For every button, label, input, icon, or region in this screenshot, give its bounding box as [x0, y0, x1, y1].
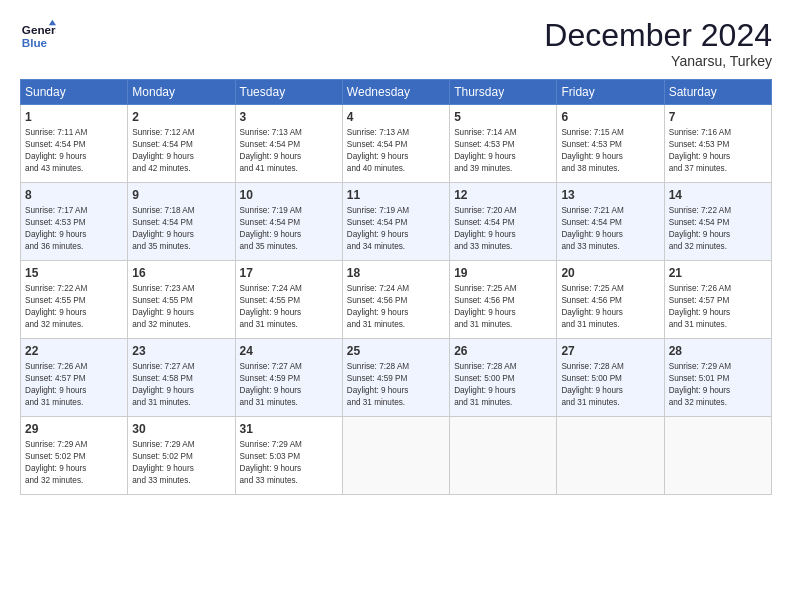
day-info: Sunrise: 7:23 AM Sunset: 4:55 PM Dayligh…	[132, 283, 230, 331]
col-wednesday: Wednesday	[342, 80, 449, 105]
col-sunday: Sunday	[21, 80, 128, 105]
day-info: Sunrise: 7:13 AM Sunset: 4:54 PM Dayligh…	[240, 127, 338, 175]
table-cell: 25Sunrise: 7:28 AM Sunset: 4:59 PM Dayli…	[342, 339, 449, 417]
day-number: 28	[669, 343, 767, 360]
day-number: 16	[132, 265, 230, 282]
day-number: 2	[132, 109, 230, 126]
table-cell: 23Sunrise: 7:27 AM Sunset: 4:58 PM Dayli…	[128, 339, 235, 417]
logo: General Blue	[20, 18, 56, 54]
table-cell: 30Sunrise: 7:29 AM Sunset: 5:02 PM Dayli…	[128, 417, 235, 495]
table-cell	[342, 417, 449, 495]
day-info: Sunrise: 7:17 AM Sunset: 4:53 PM Dayligh…	[25, 205, 123, 253]
day-info: Sunrise: 7:25 AM Sunset: 4:56 PM Dayligh…	[561, 283, 659, 331]
table-cell: 14Sunrise: 7:22 AM Sunset: 4:54 PM Dayli…	[664, 183, 771, 261]
calendar-row: 8Sunrise: 7:17 AM Sunset: 4:53 PM Daylig…	[21, 183, 772, 261]
day-number: 30	[132, 421, 230, 438]
day-info: Sunrise: 7:27 AM Sunset: 4:58 PM Dayligh…	[132, 361, 230, 409]
day-info: Sunrise: 7:22 AM Sunset: 4:54 PM Dayligh…	[669, 205, 767, 253]
table-cell: 12Sunrise: 7:20 AM Sunset: 4:54 PM Dayli…	[450, 183, 557, 261]
day-number: 5	[454, 109, 552, 126]
day-number: 15	[25, 265, 123, 282]
day-info: Sunrise: 7:28 AM Sunset: 5:00 PM Dayligh…	[561, 361, 659, 409]
day-info: Sunrise: 7:26 AM Sunset: 4:57 PM Dayligh…	[669, 283, 767, 331]
col-thursday: Thursday	[450, 80, 557, 105]
day-info: Sunrise: 7:21 AM Sunset: 4:54 PM Dayligh…	[561, 205, 659, 253]
day-info: Sunrise: 7:19 AM Sunset: 4:54 PM Dayligh…	[347, 205, 445, 253]
day-info: Sunrise: 7:15 AM Sunset: 4:53 PM Dayligh…	[561, 127, 659, 175]
day-info: Sunrise: 7:22 AM Sunset: 4:55 PM Dayligh…	[25, 283, 123, 331]
day-info: Sunrise: 7:27 AM Sunset: 4:59 PM Dayligh…	[240, 361, 338, 409]
table-cell: 11Sunrise: 7:19 AM Sunset: 4:54 PM Dayli…	[342, 183, 449, 261]
col-monday: Monday	[128, 80, 235, 105]
day-number: 22	[25, 343, 123, 360]
day-number: 14	[669, 187, 767, 204]
day-number: 18	[347, 265, 445, 282]
table-cell: 29Sunrise: 7:29 AM Sunset: 5:02 PM Dayli…	[21, 417, 128, 495]
table-cell: 18Sunrise: 7:24 AM Sunset: 4:56 PM Dayli…	[342, 261, 449, 339]
day-number: 13	[561, 187, 659, 204]
day-number: 1	[25, 109, 123, 126]
day-number: 6	[561, 109, 659, 126]
day-number: 20	[561, 265, 659, 282]
table-cell: 26Sunrise: 7:28 AM Sunset: 5:00 PM Dayli…	[450, 339, 557, 417]
day-info: Sunrise: 7:28 AM Sunset: 4:59 PM Dayligh…	[347, 361, 445, 409]
table-cell: 4Sunrise: 7:13 AM Sunset: 4:54 PM Daylig…	[342, 105, 449, 183]
day-number: 17	[240, 265, 338, 282]
day-number: 21	[669, 265, 767, 282]
day-info: Sunrise: 7:29 AM Sunset: 5:02 PM Dayligh…	[25, 439, 123, 487]
day-info: Sunrise: 7:28 AM Sunset: 5:00 PM Dayligh…	[454, 361, 552, 409]
table-cell: 31Sunrise: 7:29 AM Sunset: 5:03 PM Dayli…	[235, 417, 342, 495]
table-cell	[664, 417, 771, 495]
col-saturday: Saturday	[664, 80, 771, 105]
table-cell: 8Sunrise: 7:17 AM Sunset: 4:53 PM Daylig…	[21, 183, 128, 261]
day-number: 26	[454, 343, 552, 360]
day-number: 9	[132, 187, 230, 204]
table-cell: 20Sunrise: 7:25 AM Sunset: 4:56 PM Dayli…	[557, 261, 664, 339]
month-title: December 2024	[544, 18, 772, 53]
table-cell: 15Sunrise: 7:22 AM Sunset: 4:55 PM Dayli…	[21, 261, 128, 339]
day-number: 25	[347, 343, 445, 360]
day-info: Sunrise: 7:19 AM Sunset: 4:54 PM Dayligh…	[240, 205, 338, 253]
day-number: 12	[454, 187, 552, 204]
calendar-table: Sunday Monday Tuesday Wednesday Thursday…	[20, 79, 772, 495]
table-cell: 16Sunrise: 7:23 AM Sunset: 4:55 PM Dayli…	[128, 261, 235, 339]
table-cell: 27Sunrise: 7:28 AM Sunset: 5:00 PM Dayli…	[557, 339, 664, 417]
header: General Blue December 2024 Yanarsu, Turk…	[20, 18, 772, 69]
day-number: 4	[347, 109, 445, 126]
table-cell: 24Sunrise: 7:27 AM Sunset: 4:59 PM Dayli…	[235, 339, 342, 417]
logo-icon: General Blue	[20, 18, 56, 54]
calendar-page: General Blue December 2024 Yanarsu, Turk…	[0, 0, 792, 612]
day-number: 31	[240, 421, 338, 438]
table-cell: 22Sunrise: 7:26 AM Sunset: 4:57 PM Dayli…	[21, 339, 128, 417]
table-cell	[557, 417, 664, 495]
day-info: Sunrise: 7:24 AM Sunset: 4:55 PM Dayligh…	[240, 283, 338, 331]
table-cell: 17Sunrise: 7:24 AM Sunset: 4:55 PM Dayli…	[235, 261, 342, 339]
day-info: Sunrise: 7:25 AM Sunset: 4:56 PM Dayligh…	[454, 283, 552, 331]
day-number: 27	[561, 343, 659, 360]
col-friday: Friday	[557, 80, 664, 105]
calendar-row: 22Sunrise: 7:26 AM Sunset: 4:57 PM Dayli…	[21, 339, 772, 417]
table-cell: 19Sunrise: 7:25 AM Sunset: 4:56 PM Dayli…	[450, 261, 557, 339]
table-cell: 13Sunrise: 7:21 AM Sunset: 4:54 PM Dayli…	[557, 183, 664, 261]
table-cell: 2Sunrise: 7:12 AM Sunset: 4:54 PM Daylig…	[128, 105, 235, 183]
day-info: Sunrise: 7:29 AM Sunset: 5:01 PM Dayligh…	[669, 361, 767, 409]
table-cell: 21Sunrise: 7:26 AM Sunset: 4:57 PM Dayli…	[664, 261, 771, 339]
table-cell: 5Sunrise: 7:14 AM Sunset: 4:53 PM Daylig…	[450, 105, 557, 183]
day-number: 19	[454, 265, 552, 282]
calendar-row: 15Sunrise: 7:22 AM Sunset: 4:55 PM Dayli…	[21, 261, 772, 339]
table-cell: 7Sunrise: 7:16 AM Sunset: 4:53 PM Daylig…	[664, 105, 771, 183]
title-block: December 2024 Yanarsu, Turkey	[544, 18, 772, 69]
day-number: 24	[240, 343, 338, 360]
table-cell	[450, 417, 557, 495]
day-info: Sunrise: 7:14 AM Sunset: 4:53 PM Dayligh…	[454, 127, 552, 175]
day-info: Sunrise: 7:26 AM Sunset: 4:57 PM Dayligh…	[25, 361, 123, 409]
location: Yanarsu, Turkey	[544, 53, 772, 69]
day-number: 29	[25, 421, 123, 438]
day-info: Sunrise: 7:18 AM Sunset: 4:54 PM Dayligh…	[132, 205, 230, 253]
table-cell: 9Sunrise: 7:18 AM Sunset: 4:54 PM Daylig…	[128, 183, 235, 261]
day-info: Sunrise: 7:12 AM Sunset: 4:54 PM Dayligh…	[132, 127, 230, 175]
col-tuesday: Tuesday	[235, 80, 342, 105]
day-number: 23	[132, 343, 230, 360]
day-number: 10	[240, 187, 338, 204]
header-row: Sunday Monday Tuesday Wednesday Thursday…	[21, 80, 772, 105]
